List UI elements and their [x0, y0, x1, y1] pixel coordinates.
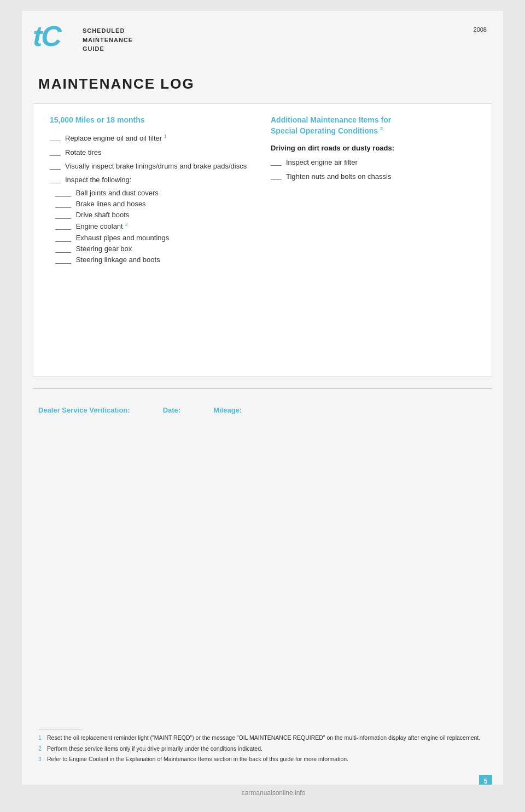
footnote-ref-1: 1 [164, 134, 167, 139]
list-item: ___ _ Engine coolant 3 [55, 222, 254, 230]
list-item: ___ Visually inspect brake linings/drums… [50, 161, 254, 171]
right-column: Additional Maintenance Items for Special… [271, 115, 475, 266]
list-item: ___ _ Steering linkage and boots [55, 256, 254, 264]
check-blank: ___ [271, 172, 286, 180]
list-item: ___ _ Steering gear box [55, 245, 254, 253]
logo: tC [33, 22, 61, 50]
check-blank: ___ [50, 161, 65, 170]
driving-conditions-heading: Driving on dirt roads or dusty roads: [271, 144, 475, 152]
check-blank: ___ [50, 175, 65, 183]
item-text: Tighten nuts and bolts on chassis [286, 172, 475, 182]
header-year: 2008 [441, 22, 487, 33]
sub-bullet: _ [67, 245, 76, 253]
item-text: Steering linkage and boots [76, 256, 160, 264]
sub-check: ___ [55, 200, 67, 208]
left-column: 15,000 Miles or 18 months ___ Replace en… [50, 115, 254, 266]
sub-check: ___ [55, 211, 67, 219]
footnote-ref-3: 3 [125, 222, 127, 227]
footnote-num: 1 [38, 734, 44, 742]
dealer-verification-label: Dealer Service Verification: [38, 406, 130, 414]
list-item: ___ Replace engine oil and oil filter 1 [50, 133, 254, 144]
sub-bullet: _ [67, 234, 76, 242]
carmanuals-footer: carmanualsonline.info [11, 785, 525, 799]
header-title: SCHEDULED MAINTENANCE GUIDE [83, 26, 441, 54]
footnote-ref-2: 2 [380, 126, 383, 131]
list-item: ___ _ Brake lines and hoses [55, 200, 254, 208]
footer-labels: Dealer Service Verification: Date: Milea… [22, 399, 503, 421]
sub-bullet: _ [67, 200, 76, 208]
item-text: Drive shaft boots [76, 211, 130, 219]
header-middle: SCHEDULED MAINTENANCE GUIDE [83, 22, 441, 54]
sub-check: ___ [55, 234, 67, 242]
main-card: 15,000 Miles or 18 months ___ Replace en… [33, 103, 492, 377]
item-text: Inspect the following: [65, 175, 254, 185]
sub-items: ___ _ Ball joints and dust covers ___ _ … [55, 189, 254, 263]
page: tC SCHEDULED MAINTENANCE GUIDE 2008 MAIN… [22, 11, 503, 799]
list-item: ___ Tighten nuts and bolts on chassis [271, 172, 475, 182]
sub-check: ___ [55, 256, 67, 264]
item-text: Inspect engine air filter [286, 158, 475, 167]
item-text: Engine coolant 3 [76, 222, 128, 230]
item-text: Brake lines and hoses [76, 200, 146, 208]
sub-check: ___ [55, 245, 67, 253]
date-label: Date: [163, 406, 181, 414]
item-text: Steering gear box [76, 245, 132, 253]
footnote-text: Perform these service items only if you … [47, 745, 262, 753]
page-title: MAINTENANCE LOG [22, 59, 503, 103]
right-heading: Additional Maintenance Items for Special… [271, 115, 475, 137]
footnote-num: 3 [38, 755, 44, 763]
footnote-text: Reset the oil replacement reminder light… [47, 734, 480, 742]
footnote-1: 1 Reset the oil replacement reminder lig… [38, 734, 487, 742]
left-heading: 15,000 Miles or 18 months [50, 115, 254, 126]
footnote-num: 2 [38, 745, 44, 753]
footnotes-area: 1 Reset the oil replacement reminder lig… [33, 729, 492, 766]
check-blank: ___ [50, 148, 65, 156]
footnote-divider [38, 729, 82, 729]
list-item: ___ Rotate tires [50, 148, 254, 158]
sub-bullet: _ [67, 189, 76, 197]
sub-bullet: _ [67, 222, 76, 230]
header: tC SCHEDULED MAINTENANCE GUIDE 2008 [22, 11, 503, 59]
list-item: ___ Inspect engine air filter [271, 158, 475, 167]
sub-check: ___ [55, 189, 67, 197]
list-item: ___ _ Ball joints and dust covers [55, 189, 254, 197]
item-text: Ball joints and dust covers [76, 189, 159, 197]
section-divider [33, 388, 492, 388]
footnote-3: 3 Refer to Engine Coolant in the Explana… [38, 755, 487, 763]
item-text: Rotate tires [65, 148, 254, 158]
check-blank: ___ [50, 133, 65, 141]
sub-bullet: _ [67, 211, 76, 219]
check-blank: ___ [271, 158, 286, 166]
mileage-label: Mileage: [213, 406, 242, 414]
sub-bullet: _ [67, 256, 76, 264]
footnote-2: 2 Perform these service items only if yo… [38, 745, 487, 753]
footnote-text: Refer to Engine Coolant in the Explanati… [47, 755, 348, 763]
item-text: Replace engine oil and oil filter 1 [65, 133, 254, 144]
list-item: ___ Inspect the following: [50, 175, 254, 185]
item-text: Visually inspect brake linings/drums and… [65, 161, 254, 171]
card-columns: 15,000 Miles or 18 months ___ Replace en… [50, 115, 475, 266]
item-text: Exhaust pipes and mountings [76, 234, 170, 242]
list-item: ___ _ Exhaust pipes and mountings [55, 234, 254, 242]
sub-check: ___ [55, 222, 67, 230]
list-item: ___ _ Drive shaft boots [55, 211, 254, 219]
